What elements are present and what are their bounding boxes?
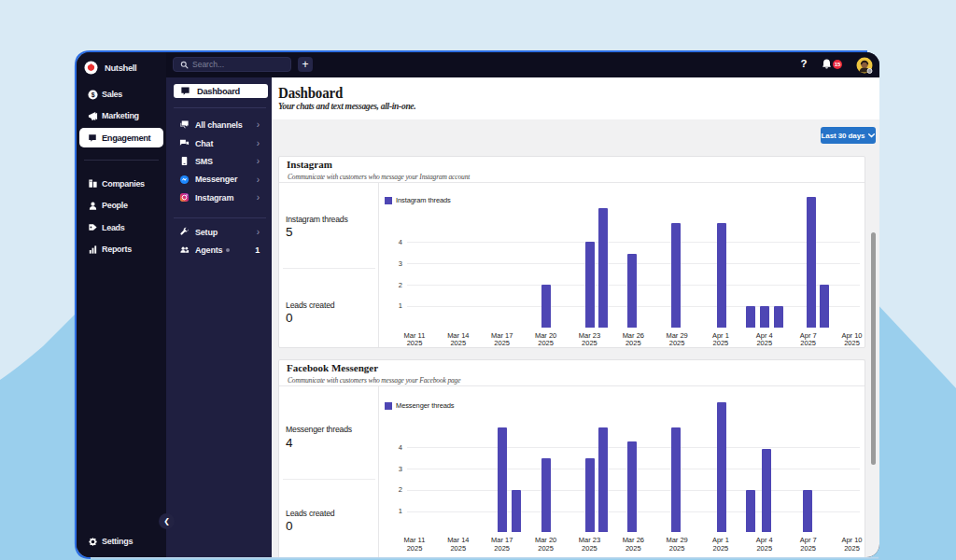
svg-text:$: $ (91, 91, 95, 98)
